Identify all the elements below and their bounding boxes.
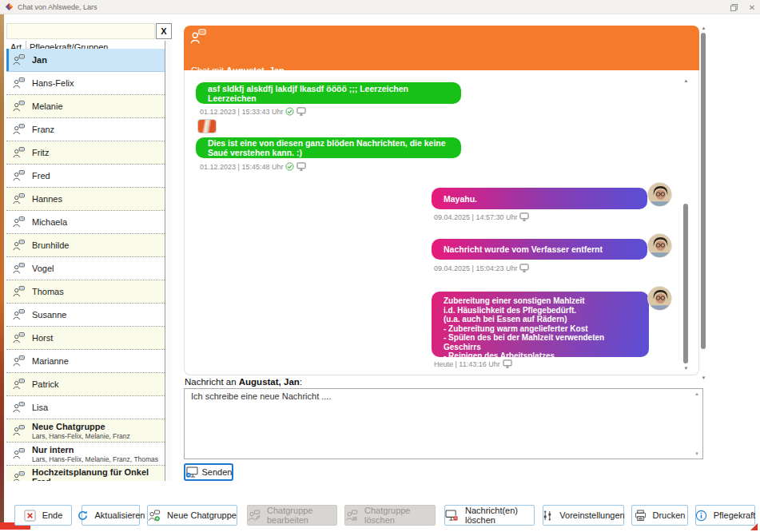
list-item-brunhilde[interactable]: Brunhilde [6,234,165,257]
person-chat-icon [10,379,27,390]
list-item-hannes[interactable]: Hannes [6,188,165,211]
list-item-patrick[interactable]: Patrick [6,373,165,396]
person-add-icon [148,510,161,522]
sidebar-scrollbar[interactable] [165,41,172,481]
message-bubble: Zubereitung einer sonstigen Mahlzeit i.d… [432,292,649,357]
group-chat-icon [10,448,27,459]
group-name: Nur intern [32,445,74,455]
person-chat-icon [10,332,27,343]
drucken-button[interactable]: Drucken [631,505,688,526]
scroll-up-icon[interactable]: ▲ [682,78,690,83]
list-item-franz[interactable]: Franz [6,118,165,141]
list-item-nur-intern[interactable]: Nur internLars, Hans-Felix, Melanie, Fra… [6,443,165,466]
group-chat-icon [10,425,27,436]
contact-name: Fred [27,171,50,181]
person-chat-icon [10,147,27,158]
contact-name: Marianne [27,356,69,366]
clear-search-button[interactable]: X [156,23,172,39]
person-chat-icon [190,29,206,44]
app-icon [6,3,13,10]
pflegekraft-button[interactable]: Pflegekraft [695,505,755,526]
ende-button[interactable]: Ende [14,505,72,526]
monitor-trash-icon [445,510,459,522]
list-item-fred[interactable]: Fred [6,165,165,188]
message-bubble: Dies ist eine von diesen ganz blöden Nac… [196,137,461,158]
send-button[interactable]: Senden [184,463,233,481]
list-item-lisa[interactable]: Lisa [6,396,165,419]
message-bubble: Nachricht wurde vom Verfasser entfernt [432,239,647,260]
sliders-icon [542,510,553,522]
chat-header: Chat mit Augustat, Jan [184,26,699,70]
printer-icon [635,510,647,522]
contact-name: Lisa [27,403,48,412]
list-item-marianne[interactable]: Marianne [6,350,165,373]
send-icon [185,466,198,478]
sender-avatar-thumbnail [197,119,217,133]
panel-scrollbar[interactable]: ▲ ▼ [701,26,706,380]
group-name: Neue Chatgruppe [32,422,105,431]
person-chat-icon [10,263,27,274]
contact-name: Horst [27,333,53,343]
person-chat-icon [10,77,27,89]
voreinstellungen-button[interactable]: Voreinstellungen [543,505,624,526]
monitor-icon [296,162,306,171]
background-strip-left [0,14,4,523]
list-item-michaela[interactable]: Michaela [6,211,165,234]
titlebar: Chat von Ahlswede, Lars ✕ [0,0,760,14]
scroll-down-icon[interactable]: ▼ [682,366,690,371]
person-chat-icon [10,193,27,204]
person-chat-icon [10,170,27,181]
message-input[interactable]: Ich schreibe eine neue Nachricht .... [184,388,703,459]
list-item-neue-chatgruppe[interactable]: Neue ChatgruppeLars, Hans-Felix, Melanie… [6,419,165,443]
person-chat-icon [10,101,27,112]
send-label: Senden [202,467,233,477]
contact-name: Michaela [27,217,67,227]
list-item-thomas[interactable]: Thomas [6,280,165,304]
refresh-icon [77,510,89,522]
scroll-up-icon[interactable]: ▲ [694,391,699,396]
message-timestamp: 09.04.2025 | 14:57:30 Uhr [434,212,529,221]
scrollbar-thumb[interactable] [701,33,706,349]
list-item-hochzeitsplanung[interactable]: Hochzeitsplanung für Onkel Fred [6,466,165,481]
partner-avatar [647,182,672,207]
group-chat-icon [10,471,27,481]
chatgruppe-bearbeiten-button: Chatgruppe bearbeiten [247,505,337,526]
person-chat-icon [10,355,27,367]
monitor-icon [519,264,529,272]
contact-name: Patrick [27,379,59,389]
message-timestamp: 01.12.2023 | 15:33:43 Uhr [200,107,306,116]
group-members: Lars, Hans-Felix, Melanie, Franz [32,432,130,440]
list-item-fritz[interactable]: Fritz [6,141,165,165]
neue-chatgruppe-button[interactable]: Neue Chatgruppe [147,505,237,526]
scroll-down-icon[interactable]: ▼ [694,451,699,456]
list-item-melanie[interactable]: Melanie [6,95,165,118]
list-item-horst[interactable]: Horst [6,327,165,350]
scroll-up-icon[interactable]: ▲ [700,26,707,30]
person-chat-icon [10,240,27,251]
scrollbar-thumb[interactable] [683,204,688,363]
partner-avatar [647,233,672,258]
message-bubble: asf sldkfj alskdfj lakdjf lkasdf öööö ;;… [196,82,461,104]
scroll-down-icon[interactable]: ▼ [700,375,707,380]
composer-label: Nachricht an Augustat, Jan: [185,377,302,387]
search-input[interactable] [6,23,155,39]
info-icon [695,510,707,522]
list-item-hans-felix[interactable]: Hans-Felix [6,72,165,95]
list-item-vogel[interactable]: Vogel [6,257,165,280]
messages-scrollbar[interactable]: ▲ ▼ [683,78,689,371]
group-members: Lars, Hans-Felix, Melanie, Franz, Thomas [32,455,158,463]
person-chat-icon [10,54,27,66]
message-timestamp: 01.12.2023 | 15:45:48 Uhr [200,162,306,171]
list-item-susanne[interactable]: Susanne [6,304,165,327]
person-chat-icon [10,286,27,297]
contact-name: Fritz [27,148,49,157]
contact-name: Hannes [27,194,62,204]
delivered-check-icon [285,107,294,116]
nachrichten-loeschen-button[interactable]: Nachricht(en) löschen [444,505,535,526]
list-item-jan[interactable]: Jan [6,49,165,72]
close-red-icon [24,510,36,522]
aktualisieren-button[interactable]: Aktualisieren [82,505,140,526]
monitor-icon [296,107,306,116]
close-icon[interactable]: ✕ [742,1,760,14]
monitor-icon [503,359,512,368]
